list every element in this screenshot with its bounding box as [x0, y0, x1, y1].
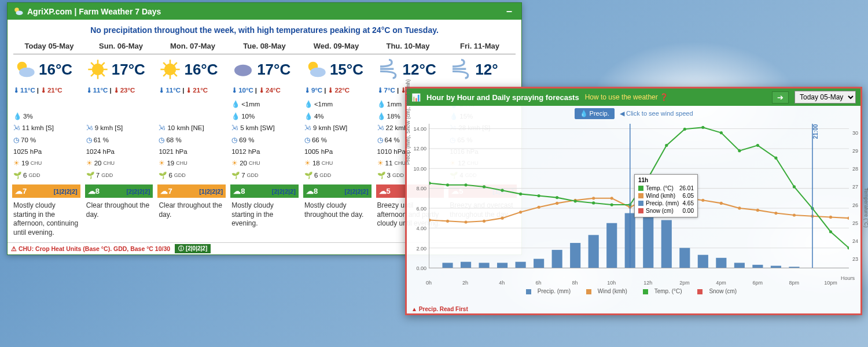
svg-point-74	[701, 199, 704, 202]
series-toggle-bar: 💧 Precip. ◀ Click to see wind speed	[407, 106, 860, 121]
minimize-button[interactable]: –	[503, 5, 516, 17]
svg-point-99	[720, 131, 723, 134]
svg-point-78	[774, 212, 777, 215]
wind-icon: 🌬	[377, 123, 384, 133]
sun-icon: ☀	[231, 158, 238, 168]
footer-badge[interactable]: ⓘ [2|0|2|2]	[175, 244, 211, 253]
day-header[interactable]: Thu. 10-May	[372, 38, 444, 54]
svg-rect-51	[716, 258, 726, 268]
svg-point-91	[574, 200, 577, 202]
svg-point-62	[483, 220, 486, 223]
humidity-icon: ◷	[86, 135, 92, 145]
day-header[interactable]: Wed. 09-May	[300, 38, 372, 54]
svg-rect-54	[771, 266, 781, 268]
svg-rect-38	[479, 263, 490, 268]
svg-rect-52	[734, 263, 745, 268]
day-description: Clear throughout the day.	[157, 198, 226, 238]
spray-score-badge[interactable]: ☁ 7[1|2|2|2]	[157, 184, 226, 198]
day-description: Mostly cloudy starting in the afternoon,…	[12, 198, 80, 239]
droplet-icon: 💧	[231, 99, 240, 109]
day-card[interactable]: 17°C 🌡11°C | 🌡23°C 🌬9 kmh [S] ◷61 % 1024…	[83, 54, 156, 242]
svg-point-64	[519, 211, 522, 213]
hourly-chart[interactable]: Precip (mm), Snow (cm), Wind (kmh) 0.002…	[429, 124, 849, 286]
svg-point-97	[683, 128, 686, 131]
svg-rect-44	[589, 235, 599, 268]
svg-rect-45	[606, 223, 617, 268]
cloud-icon: ☁	[160, 187, 168, 195]
svg-rect-48	[661, 220, 672, 268]
svg-point-77	[756, 209, 759, 212]
date-select[interactable]: Today 05-May	[795, 91, 856, 104]
svg-rect-43	[570, 243, 580, 268]
weather-icon	[450, 58, 473, 81]
cloud-icon: ☁	[379, 187, 387, 195]
day-header[interactable]: Today 05-May	[13, 38, 85, 54]
wind-icon: 🌬	[304, 123, 311, 133]
day-header[interactable]: Mon. 07-May	[157, 38, 229, 54]
droplet-icon: 💧	[304, 111, 312, 121]
weather-icon	[159, 58, 182, 81]
precip-toggle[interactable]: 💧 Precip.	[575, 108, 615, 119]
bar-chart-icon: 📊	[411, 93, 421, 102]
svg-point-85	[464, 183, 467, 186]
time-marker-label: 21:00	[812, 124, 819, 139]
day-headers: Today 05-MaySun. 06-MayMon. 07-MayTue. 0…	[13, 38, 516, 54]
day-card[interactable]: 16°C 🌡11°C | 🌡21°C 💧3% 🌬11 kmh [S] ◷70 %…	[10, 54, 83, 242]
svg-point-13	[92, 64, 104, 75]
svg-rect-49	[679, 248, 690, 268]
svg-point-81	[829, 216, 832, 219]
svg-point-1	[16, 10, 23, 15]
svg-point-105	[829, 230, 832, 233]
svg-rect-40	[516, 262, 526, 268]
day-card[interactable]: 15°C 🌡9°C | 🌡22°C 💧<1mm 💧4% 🌬9 kmh [SW] …	[301, 54, 374, 242]
wind-hint-link[interactable]: ◀ Click to see wind speed	[620, 110, 693, 117]
spray-score-badge[interactable]: ☁ 8[2|2|2|2]	[230, 184, 299, 198]
weather-icon	[231, 58, 255, 81]
day-header[interactable]: Fri. 11-May	[444, 38, 516, 54]
overlay-title: Hour by Hour and Daily spraying forecast…	[426, 93, 579, 102]
humidity-icon: ◷	[377, 135, 383, 145]
droplet-icon: 💧	[231, 111, 240, 121]
svg-point-76	[738, 206, 741, 209]
app-logo-icon	[13, 6, 24, 17]
day-card[interactable]: 16°C 🌡11°C | 🌡21°C 🌬10 kmh [NE] ◷68 % 10…	[155, 54, 228, 242]
day-card[interactable]: 17°C 🌡10°C | 🌡24°C 💧<1mm 💧10% 🌬5 kmh [SW…	[228, 54, 301, 242]
svg-point-90	[556, 196, 558, 199]
svg-point-92	[592, 201, 595, 204]
svg-point-60	[446, 220, 449, 223]
plot-area[interactable]: 21:00 11h Temp. (°C)26.01 Wind (kmh)6.05…	[429, 124, 849, 268]
humidity-icon: ◷	[159, 135, 164, 145]
day-header[interactable]: Tue. 08-May	[229, 38, 300, 54]
wind-icon: 🌬	[86, 123, 93, 133]
spray-score-badge[interactable]: ☁ 7[1|2|2|2]	[12, 184, 80, 198]
chart-legend: Precip. (mm) Wind (kmh) Temp. (°C) Snow …	[407, 286, 860, 297]
svg-rect-55	[789, 267, 799, 268]
weather-icon	[304, 58, 328, 81]
next-day-button[interactable]: ➔	[772, 91, 789, 104]
titlebar[interactable]: AgriXP.com | Farm Weather 7 Days –	[8, 3, 521, 20]
overlay-footer-warning[interactable]: ▲ Precip. Read First	[411, 306, 468, 312]
svg-point-59	[429, 219, 431, 222]
day-temp: 16°C	[39, 61, 72, 79]
humidity-icon: ◷	[231, 135, 237, 145]
droplet-icon: 💧	[377, 99, 385, 109]
svg-rect-53	[752, 265, 763, 268]
help-icon: ❓	[660, 93, 668, 101]
svg-point-88	[519, 193, 522, 195]
weather-icon	[377, 58, 400, 81]
day-temp: 15°C	[330, 61, 363, 79]
svg-point-93	[610, 203, 613, 206]
wind-icon: 🌬	[231, 123, 238, 133]
day-temp: 16°C	[184, 61, 218, 79]
howto-link[interactable]: How to use the weather ❓	[585, 93, 668, 101]
spray-score-badge[interactable]: ☁ 8[2|2|2|2]	[85, 184, 153, 198]
day-temp: 12°C	[403, 61, 436, 79]
day-header[interactable]: Sun. 06-May	[85, 38, 157, 54]
svg-point-82	[847, 217, 849, 220]
spray-score-badge[interactable]: ☁ 8[2|2|2|2]	[303, 184, 372, 198]
y-axis-left: 0.002.004.006.008.0010.0012.0014.00	[411, 124, 428, 268]
plant-icon: 🌱	[86, 170, 94, 180]
day-description: Mostly cloudy throughout the day.	[303, 198, 372, 238]
svg-rect-47	[643, 210, 653, 268]
svg-point-65	[538, 206, 540, 209]
